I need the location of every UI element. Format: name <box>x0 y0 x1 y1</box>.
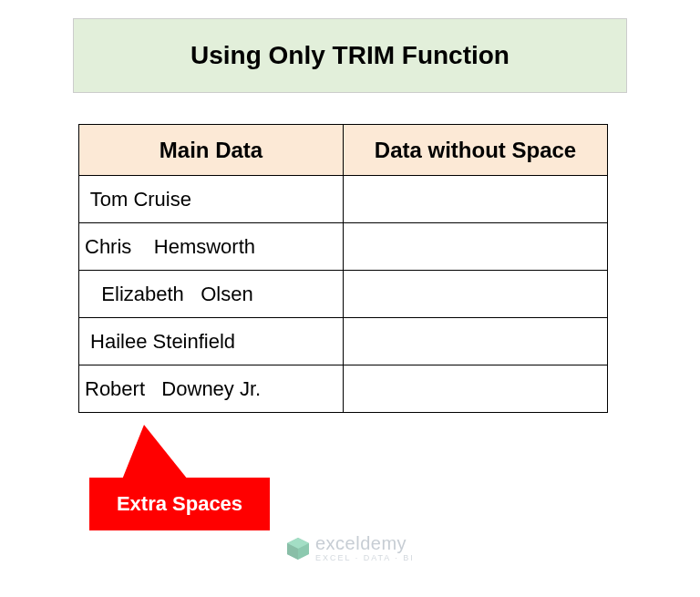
watermark: exceldemy EXCEL · DATA · BI <box>286 534 415 562</box>
cell-result <box>344 318 608 365</box>
watermark-tagline: EXCEL · DATA · BI <box>315 554 415 562</box>
table-row: Robert Downey Jr. <box>79 365 608 413</box>
cell-result <box>344 176 608 223</box>
cell-result <box>344 365 608 413</box>
watermark-brand: exceldemy <box>315 534 415 552</box>
callout: Extra Spaces <box>89 425 290 530</box>
brand-logo-icon <box>286 537 310 561</box>
cell-main: Hailee Steinfield <box>79 318 344 365</box>
callout-pointer-icon <box>122 425 188 479</box>
table-row: Elizabeth Olsen <box>79 271 608 318</box>
cell-main: Elizabeth Olsen <box>79 271 344 318</box>
callout-label: Extra Spaces <box>89 478 270 530</box>
table-row: Chris Hemsworth <box>79 223 608 271</box>
data-table: Main Data Data without Space Tom Cruise … <box>78 124 608 413</box>
cell-result <box>344 271 608 318</box>
table-row: Hailee Steinfield <box>79 318 608 365</box>
table-row: Tom Cruise <box>79 176 608 223</box>
page-title: Using Only TRIM Function <box>73 18 627 93</box>
cell-main: Chris Hemsworth <box>79 223 344 271</box>
cell-main: Tom Cruise <box>79 176 344 223</box>
cell-main: Robert Downey Jr. <box>79 365 344 413</box>
header-main-data: Main Data <box>79 125 344 176</box>
header-data-without-space: Data without Space <box>344 125 608 176</box>
cell-result <box>344 223 608 271</box>
